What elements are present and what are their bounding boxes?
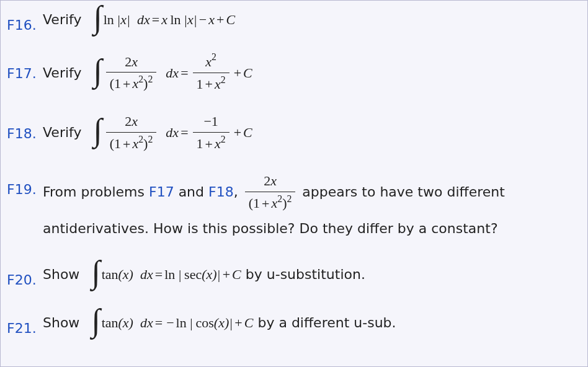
text: by a different u-sub.	[253, 315, 396, 330]
text: and	[174, 185, 208, 200]
problem-f17: F17. Verify ∫2x(1+x2)2 dx=x21+x2+C	[7, 53, 576, 95]
verb: Verify	[43, 125, 81, 140]
math-expression: ∫2x(1+x2)2 dx=−11+x2+C	[89, 125, 252, 140]
problem-text: Show ∫tan(x) dx=ln | sec(x)|+C by u-subs…	[43, 265, 576, 285]
text: appears to have two different	[298, 185, 504, 200]
verb: Show	[43, 267, 79, 282]
problem-text: Verify ∫2x(1+x2)2 dx=−11+x2+C	[43, 113, 576, 155]
problem-f21: F21. Show ∫tan(x) dx=−ln | cos(x)|+C by …	[7, 307, 576, 338]
math-expression: ∫tan(x) dx=ln | sec(x)|+C	[87, 267, 241, 282]
problem-f18: F18. Verify ∫2x(1+x2)2 dx=−11+x2+C	[7, 113, 576, 155]
text: ,	[234, 185, 243, 200]
math-expression: 2x(1+x2)2	[243, 185, 298, 200]
math-expression: ∫ln |x| dx=x ln |x|−x+C	[89, 12, 235, 27]
math-expression: ∫tan(x) dx=−ln | cos(x)|+C	[87, 315, 253, 330]
problem-ref: F18	[208, 185, 234, 200]
problem-label: F19.	[7, 172, 43, 200]
problem-text: Verify ∫ln |x| dx=x ln |x|−x+C	[43, 10, 576, 30]
verb: Verify	[43, 12, 81, 27]
text: From problems	[43, 185, 149, 200]
problem-label: F20.	[7, 259, 43, 290]
verb: Show	[43, 315, 79, 330]
problem-f16: F16. Verify ∫ln |x| dx=x ln |x|−x+C	[7, 4, 576, 35]
problem-f19: F19. From problems F17 and F18, 2x(1+x2)…	[7, 172, 576, 238]
problem-ref: F17	[149, 185, 174, 200]
problem-f20: F20. Show ∫tan(x) dx=ln | sec(x)|+C by u…	[7, 259, 576, 290]
problem-label: F17.	[7, 53, 43, 84]
verb: Verify	[43, 65, 81, 81]
problem-label: F21.	[7, 307, 43, 338]
text: antiderivatives. How is this possible? D…	[43, 219, 576, 239]
problem-label: F18.	[7, 113, 43, 144]
problem-text: Verify ∫2x(1+x2)2 dx=x21+x2+C	[43, 53, 576, 95]
problem-text: From problems F17 and F18, 2x(1+x2)2 app…	[43, 172, 576, 238]
problem-label: F16.	[7, 4, 43, 35]
problem-text: Show ∫tan(x) dx=−ln | cos(x)|+C by a dif…	[43, 313, 576, 333]
math-expression: ∫2x(1+x2)2 dx=x21+x2+C	[89, 65, 252, 81]
text: by u-substitution.	[241, 267, 365, 282]
